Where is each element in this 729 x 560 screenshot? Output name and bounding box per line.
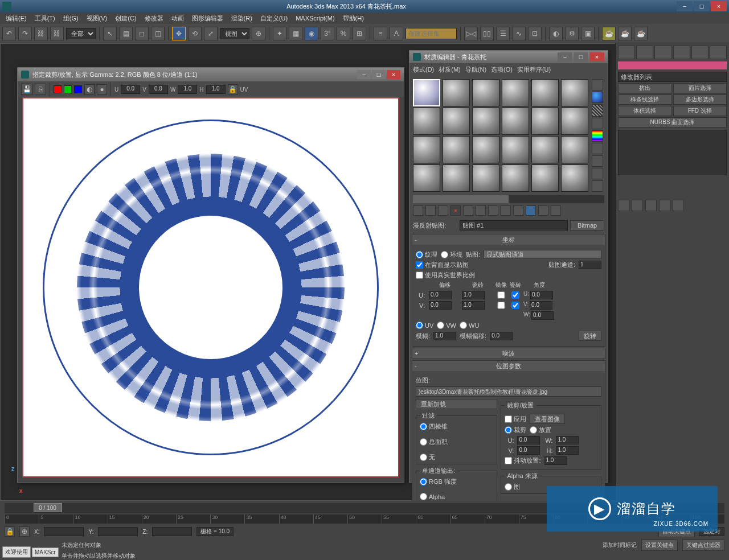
x-coord-input[interactable]: [44, 527, 84, 536]
mirror-button[interactable]: ▷◁: [464, 27, 478, 40]
material-slot[interactable]: [531, 136, 559, 163]
material-slot[interactable]: [472, 164, 499, 192]
crop-minimize-button[interactable]: −: [357, 70, 371, 79]
prev-frame-button[interactable]: [632, 200, 643, 211]
layers-button[interactable]: ☰: [496, 27, 510, 40]
redo-button[interactable]: ↷: [18, 27, 32, 40]
unlink-button[interactable]: ⛓: [50, 27, 64, 40]
set-patch[interactable]: 面片选择: [673, 83, 727, 93]
render-setup-button[interactable]: ⚙: [565, 27, 579, 40]
bmp-w-input[interactable]: 1.0: [556, 436, 579, 444]
crop-lock-button[interactable]: 🔒: [228, 84, 238, 94]
material-slot[interactable]: [413, 79, 440, 106]
menu-modifiers[interactable]: 修改器: [141, 13, 167, 24]
abs-rel-button[interactable]: ⊕: [19, 526, 30, 537]
material-slot[interactable]: [472, 79, 499, 106]
menu-group[interactable]: 组(G): [60, 13, 82, 24]
material-slot[interactable]: [443, 108, 470, 135]
v-offset-input[interactable]: 0.0: [429, 301, 452, 310]
material-editor-button[interactable]: ◐: [549, 27, 563, 40]
tab-motion[interactable]: [673, 46, 690, 59]
link-button[interactable]: ⛓: [34, 27, 48, 40]
mono-alpha-radio[interactable]: Alpha: [420, 493, 493, 500]
uv-radio[interactable]: UV: [416, 322, 433, 329]
material-slot[interactable]: [531, 108, 559, 135]
matid-channel-button[interactable]: [501, 205, 511, 216]
y-coord-input[interactable]: [98, 527, 138, 536]
next-frame-button[interactable]: [659, 200, 670, 211]
crop-h-input[interactable]: 1.0: [206, 85, 226, 94]
namedset-button[interactable]: ≡: [374, 27, 387, 40]
menu-grapheditors[interactable]: 图形编辑器: [189, 13, 227, 24]
v-angle-input[interactable]: 0.0: [530, 301, 552, 310]
map-type-button[interactable]: Bitmap: [570, 220, 604, 230]
menu-views[interactable]: 视图(V): [83, 13, 111, 24]
make-copy-button[interactable]: [463, 205, 473, 216]
rotate-button[interactable]: 旋转: [579, 331, 601, 341]
place-radio[interactable]: 放置: [530, 426, 551, 434]
sample-scrollbar[interactable]: [413, 195, 604, 203]
menu-edit[interactable]: 编辑(E): [2, 13, 30, 24]
timeline-ruler[interactable]: 0510152025303540455055606570758085909510…: [5, 514, 724, 524]
material-slot[interactable]: [502, 108, 529, 135]
bmp-h-input[interactable]: 1.0: [556, 446, 579, 455]
maximize-button[interactable]: □: [694, 1, 710, 11]
material-slot[interactable]: [502, 164, 529, 192]
material-slot[interactable]: [561, 136, 588, 163]
channel-mono-button[interactable]: ●: [97, 84, 107, 94]
backlight-button[interactable]: [592, 92, 603, 103]
filter-pyramidal-radio[interactable]: 四棱锥: [420, 422, 493, 431]
blur-offset-input[interactable]: 0.0: [490, 332, 513, 340]
menu-rendering[interactable]: 渲染(R): [228, 13, 256, 24]
rotate-button[interactable]: ⟲: [188, 27, 202, 40]
create-selection-set-input[interactable]: [406, 28, 457, 39]
apply-checkbox[interactable]: 应用: [505, 415, 526, 423]
tab-create[interactable]: [618, 46, 635, 59]
modifier-stack[interactable]: [618, 130, 727, 175]
maxscript-tab[interactable]: MAXScr: [32, 547, 59, 557]
bitmap-rollout-header[interactable]: -位图参数: [412, 361, 605, 371]
set-poly[interactable]: 多边形选择: [673, 94, 727, 105]
reset-button[interactable]: ×: [450, 205, 461, 216]
menu-tools[interactable]: 工具(T): [31, 13, 59, 24]
show-end-result-button[interactable]: [526, 205, 536, 216]
jitter-input[interactable]: 1.0: [544, 456, 567, 465]
filter-summed-radio[interactable]: 总面积: [420, 438, 493, 446]
window-crossing-button[interactable]: ◫: [151, 27, 165, 40]
anglesnap-button[interactable]: 3°: [321, 27, 334, 40]
autokey-button[interactable]: 自动关键点: [658, 526, 695, 537]
material-editor-titlebar[interactable]: 材质编辑器 - 青花茶托 − □ ×: [409, 51, 608, 63]
align-button[interactable]: ▯▯: [480, 27, 494, 40]
assign-button[interactable]: [438, 205, 448, 216]
set-extrude[interactable]: 挤出: [618, 83, 672, 93]
set-nurbs[interactable]: NURBS 曲面选择: [618, 117, 727, 127]
pick-map-button[interactable]: [448, 221, 457, 230]
scale-button[interactable]: ⤢: [204, 27, 218, 40]
tab-utilities[interactable]: [710, 46, 727, 59]
real-world-checkbox[interactable]: 使用真实世界比例: [416, 271, 475, 279]
material-slot[interactable]: [561, 79, 588, 106]
set-ffd[interactable]: FFD 选择: [673, 106, 727, 116]
bmp-u-input[interactable]: 0.0: [517, 436, 540, 444]
menu-help[interactable]: 帮助(H): [339, 13, 367, 24]
select-region-button[interactable]: ◻: [135, 27, 149, 40]
video-color-button[interactable]: [592, 130, 603, 142]
material-slot[interactable]: [413, 164, 440, 192]
render-production-button[interactable]: ☕: [602, 27, 616, 40]
menu-animation[interactable]: 动画: [168, 13, 187, 24]
noise-rollout-header[interactable]: +噪波: [412, 348, 605, 359]
channel-blue-icon[interactable]: [74, 85, 82, 93]
material-slot[interactable]: [443, 136, 470, 163]
material-slot[interactable]: [413, 136, 440, 163]
v-mirror-checkbox[interactable]: [495, 302, 507, 309]
filter-none-radio[interactable]: 无: [420, 453, 493, 462]
set-volume[interactable]: 体积选择: [618, 106, 672, 116]
modifier-list-dropdown[interactable]: 修改器列表: [618, 72, 727, 82]
show-on-back-checkbox[interactable]: 在背面显示贴图: [416, 261, 469, 269]
material-slot[interactable]: [502, 79, 529, 106]
render-iterative-button[interactable]: ☕: [618, 27, 632, 40]
crop-window-titlebar[interactable]: 指定裁剪/放置, 显示 Gamma: 2.2, RGB 颜色 8 位/通道 (1…: [18, 68, 404, 81]
map-name-dropdown[interactable]: 贴图 #1: [460, 220, 568, 230]
copy-image-button[interactable]: ⎘: [35, 84, 46, 95]
pivot-button[interactable]: ⊕: [252, 27, 265, 40]
